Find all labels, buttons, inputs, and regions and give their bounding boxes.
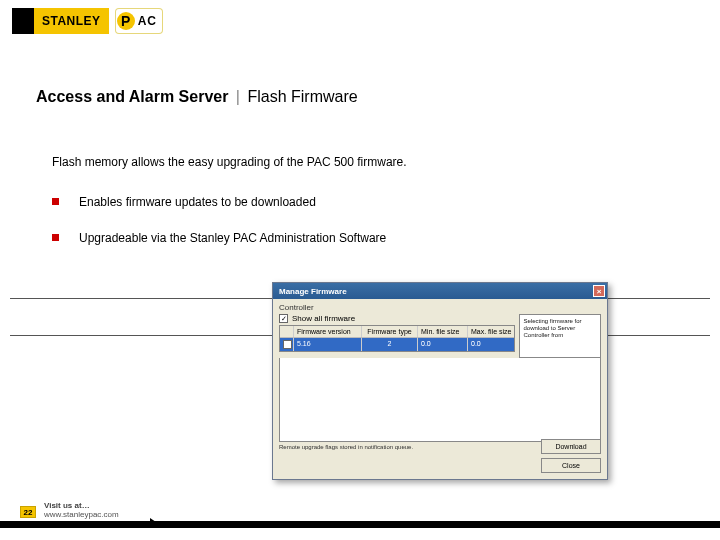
logo-pac-rest: AC [138, 14, 157, 28]
logo-pac: P AC [115, 8, 163, 34]
visit-url: www.stanleypac.com [44, 510, 119, 519]
col-min: Min. file size [418, 326, 468, 337]
logo-pac-initial: P [117, 12, 135, 30]
cell-version: 5.16 [294, 338, 362, 351]
close-button[interactable]: Close [541, 458, 601, 473]
col-version: Firmware version [294, 326, 362, 337]
dialog-section-label: Controller [279, 303, 601, 312]
firmware-table: Firmware version Firmware type Min. file… [279, 325, 515, 352]
intro-text: Flash memory allows the easy upgrading o… [52, 155, 407, 169]
list-item: Enables firmware updates to be downloade… [52, 195, 386, 209]
col-type: Firmware type [362, 326, 418, 337]
cell-max: 0.0 [468, 338, 514, 351]
show-all-firmware-checkbox[interactable]: ✓ Show all firmware [279, 314, 515, 323]
help-text: Selecting firmware for download to Serve… [523, 318, 581, 338]
footer-visit: Visit us at… www.stanleypac.com [44, 502, 119, 520]
list-item: Upgradeable via the Stanley PAC Administ… [52, 231, 386, 245]
bullet-text: Upgradeable via the Stanley PAC Administ… [79, 231, 386, 245]
bullet-text: Enables firmware updates to be downloade… [79, 195, 316, 209]
heading-main: Access and Alarm Server [36, 88, 228, 105]
visit-label: Visit us at… [44, 501, 90, 510]
logo-stanley: STANLEY [34, 8, 109, 34]
cell-min: 0.0 [418, 338, 468, 351]
col-check [280, 326, 294, 337]
manage-firmware-dialog: Manage Firmware × Controller ✓ Show all … [272, 282, 608, 480]
heading-sub: Flash Firmware [247, 88, 357, 105]
slide-footer: 22 Visit us at… www.stanleypac.com [0, 500, 720, 528]
footer-black-bar [0, 521, 720, 528]
slide-heading: Access and Alarm Server | Flash Firmware [36, 88, 358, 106]
logo-black-block [12, 8, 34, 34]
table-header-row: Firmware version Firmware type Min. file… [280, 326, 514, 338]
bullet-icon [52, 198, 59, 205]
close-icon[interactable]: × [593, 285, 605, 297]
checkbox-icon[interactable]: ✓ [279, 314, 288, 323]
row-checkbox-icon[interactable] [283, 340, 292, 349]
checkbox-label: Show all firmware [292, 314, 355, 323]
firmware-list-body[interactable] [279, 358, 601, 442]
bullet-icon [52, 234, 59, 241]
col-max: Max. file size [468, 326, 514, 337]
table-row[interactable]: 5.16 2 0.0 0.0 [280, 338, 514, 351]
dialog-titlebar[interactable]: Manage Firmware × [273, 283, 607, 299]
heading-separator: | [236, 88, 240, 105]
help-panel: Selecting firmware for download to Serve… [519, 314, 601, 358]
cell-type: 2 [362, 338, 418, 351]
download-button[interactable]: Download [541, 439, 601, 454]
page-number: 22 [20, 506, 36, 518]
brand-logo: STANLEY P AC [12, 8, 163, 34]
dialog-title: Manage Firmware [279, 287, 347, 296]
bullet-list: Enables firmware updates to be downloade… [52, 195, 386, 267]
